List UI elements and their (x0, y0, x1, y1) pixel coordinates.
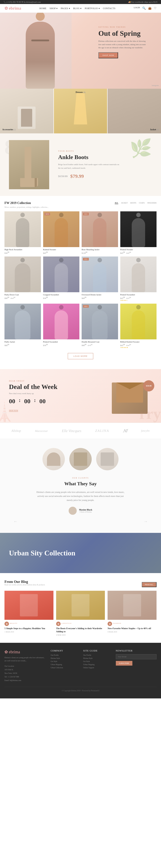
footer-subscribe-button[interactable]: SUBSCRIBE (116, 661, 132, 665)
footer-link-c1[interactable]: Our Profile (51, 654, 78, 656)
product-img-5 (4, 256, 41, 292)
category-jacket[interactable]: Jacket (4) (108, 89, 161, 133)
timer-sep-2: : (34, 397, 36, 403)
filter-sweaters[interactable]: SWEATERS (147, 202, 157, 204)
ph-title: Ankle Boots (58, 154, 152, 161)
timer-seconds: 00 (39, 398, 46, 404)
bag-shape (21, 109, 32, 127)
product-card-1[interactable]: High Neck Sweatshirt $3699 (4, 211, 41, 254)
product-card-7[interactable]: NEW Oversized Denim Jacket $6899 (82, 256, 118, 301)
filter-boots[interactable]: BOOTS (130, 202, 136, 204)
product-card-10[interactable]: Printed Sweatshirt $3699 (43, 304, 80, 348)
login-link[interactable]: LOGIN (134, 6, 140, 10)
search-icon[interactable]: 🔍 (142, 6, 146, 10)
bag-icon[interactable]: 👜 (148, 6, 152, 10)
blog-card-2[interactable]: ✿ LIFESTYLE The Boots Everyone's Adding … (56, 591, 105, 636)
product-card-2[interactable]: NEW Knitted Sweater $4599 (43, 211, 80, 254)
footer-address-label: Our Location (4, 664, 45, 668)
filter-all[interactable]: ALL (115, 202, 118, 204)
blog-header: From Our Blog Read our weekly articles a… (4, 580, 157, 589)
nav-links: HOME SHOP ▾ PAGES ▾ BLOG ▾ PORTFOLIO ▾ C… (39, 7, 115, 10)
footer: ✿ ebrima Ebrima's clients are young peop… (0, 643, 161, 699)
urban-section[interactable]: Urban Sity Collection (0, 533, 161, 573)
nav-pages[interactable]: PAGES ▾ (61, 7, 70, 10)
footer-link-s4[interactable]: Urban Shipping (83, 663, 110, 665)
eiffel-deco: 🗼 (0, 402, 16, 423)
blog-card-3[interactable]: ✿ FASHION New-Favorite Winter Staples – … (108, 591, 157, 636)
topbar-left: 📞 (+123) 456-78-90 ✉ hi.ebrima@mail.com (4, 1, 41, 3)
logo-icon: ✿ (4, 6, 8, 10)
footer-link-c3[interactable]: Get Style (51, 660, 78, 662)
silhouette-12 (120, 304, 157, 339)
accessories-count: (2) (14, 129, 16, 131)
product-card-4[interactable]: Printed Sweater $4599 $2899 (120, 211, 157, 254)
brand-elle[interactable]: Elle Vincques (62, 429, 81, 433)
product-card-11[interactable]: NEW Double Breasted Coat $9899 $7499 (82, 304, 118, 348)
footer-link-c5[interactable]: Urban Collection (51, 667, 78, 669)
nav-blog[interactable]: BLOG ▾ (73, 7, 82, 10)
footer-link-s5[interactable]: Online Support (83, 667, 110, 669)
footer-heading-siteguide: Site Guide (83, 650, 110, 652)
brand-nl[interactable]: 𝑁𝑙 (123, 428, 127, 433)
filter-coats[interactable]: COATS (139, 202, 144, 204)
timer-minutes: 00 (24, 398, 30, 404)
test-img-3 (101, 453, 114, 466)
blog-title: From Our Blog (4, 580, 45, 584)
dresses-label: Dresses (3) (76, 91, 85, 93)
jacket-label: Jacket (4) (150, 127, 159, 131)
testimonial-products (14, 448, 147, 470)
category-dresses[interactable]: Dresses (3) (54, 89, 107, 133)
footer-link-c4[interactable]: Urban Shipping (51, 663, 78, 665)
product-card-8[interactable]: Printed Sweatshirt $4599 $1999 ★★★★☆ (120, 256, 157, 301)
heart-icon[interactable]: ♡ (154, 6, 157, 10)
test-author-info: Maxine Black Client of Ebrima (79, 508, 92, 513)
nav-portfolio[interactable]: PORTFOLIO ▾ (85, 7, 100, 10)
test-next-arrow[interactable]: → (143, 519, 147, 524)
blog-read-all-button[interactable]: READ ALL (142, 582, 157, 587)
deal-title: Deal of the Week (9, 383, 99, 391)
load-more-button[interactable]: LOAD MORE (68, 353, 93, 359)
test-eyebrow: OUR CLIENTS (14, 477, 147, 479)
footer-email-input[interactable] (116, 654, 157, 659)
filter-jacket[interactable]: JACKET (121, 202, 128, 204)
jacket-img (108, 89, 161, 133)
product-card-5[interactable]: Parka Down Coat $9899 $5499 (4, 256, 41, 301)
deal-price: $59.99 (146, 385, 152, 387)
footer-link-s1[interactable]: Our Profile (83, 654, 110, 656)
blog-card-1[interactable]: ✿ BEAUTY 5 Simple Steps to a Happier, He… (4, 591, 53, 636)
brand-fancybn[interactable]: fancybn (141, 429, 150, 433)
product-name-2: Knitted Sweater (43, 248, 80, 251)
test-author-role: Client of Ebrima (79, 511, 92, 513)
nav-home[interactable]: HOME (39, 7, 46, 10)
product-img-4 (120, 211, 157, 247)
footer-links-siteguide: Our Profile Ebrima Style Get Style Urban… (83, 654, 110, 669)
footer-link-s2[interactable]: Ebrima Style (83, 657, 110, 659)
timer-seconds-num: 00 (39, 398, 46, 404)
footer-link-s3[interactable]: Get Style (83, 660, 110, 662)
hero-desc: Ebrima collections are conceived with th… (99, 39, 147, 49)
product-price-7: $6899 (82, 297, 118, 300)
test-content: Ebrima's clients are young people who lo… (36, 490, 125, 502)
category-accessories[interactable]: Accessories (2) (0, 89, 53, 133)
nav-shop[interactable]: SHOP ▾ (50, 7, 58, 10)
footer-link-c2[interactable]: Ebrima Style (51, 657, 78, 659)
product-card-9[interactable]: Puffer Jacket $8899 (4, 304, 41, 348)
product-img-10 (43, 304, 80, 339)
silhouette-7 (82, 256, 118, 292)
footer-contact: Our Location 145 Fifth St. New York, 101… (4, 664, 45, 682)
hero-shop-button[interactable]: SHOP NOW (99, 52, 118, 58)
boot-heel (35, 178, 37, 187)
nav-contacts[interactable]: CONTACTS (103, 7, 115, 10)
brand-zalina[interactable]: ZALINA (95, 429, 109, 433)
test-prev-arrow[interactable]: ← (14, 519, 18, 524)
blog-img-shape-2 (72, 594, 89, 616)
product-card-3[interactable]: NEW Rose Shearling Jacket $12899 (82, 211, 118, 254)
nav-logo[interactable]: ✿ ebrima (4, 6, 21, 11)
fw-filters: ALL JACKET BOOTS COATS SWEATERS (115, 202, 157, 204)
product-card-6[interactable]: Cropped Sweatshirt $3499 (43, 256, 80, 301)
brand-maeseonar[interactable]: Maeseonar (35, 429, 48, 433)
brand-allshop[interactable]: Allshop (11, 429, 21, 433)
test-author-name: Maxine Black (79, 508, 92, 511)
product-img-1 (4, 211, 41, 247)
product-card-12[interactable]: Ribbed Knitted Sweater $4599 $3499 ★★★★★ (120, 304, 157, 348)
